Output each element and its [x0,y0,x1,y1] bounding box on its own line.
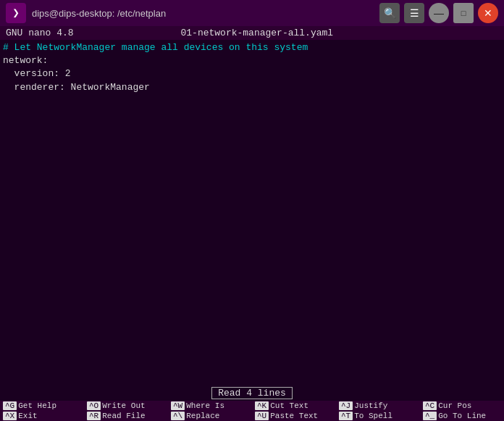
editor-line: network: [3,54,501,67]
label-paste-text: Paste Text [270,412,318,420]
footer-item-to-spell: ^T To Spell [336,411,420,421]
label-cut-text: Cut Text [270,401,308,410]
label-exit: Exit [18,412,37,420]
footer-item-replace: ^\ Replace [168,411,252,421]
editor-line: # Let NetworkManager manage all devices … [3,41,501,54]
label-where-is: Where Is [186,401,224,410]
terminal-icon: ❯ [12,6,20,20]
window-controls: 🔍 ☰ — □ ✕ [379,3,498,23]
menu-button[interactable]: ☰ [404,3,424,23]
terminal-window: GNU nano 4.8 01-network-manager-all.yaml… [0,26,504,421]
nano-filename: 01-network-manager-all.yaml [74,28,440,38]
maximize-button[interactable]: □ [453,3,474,23]
search-button[interactable]: 🔍 [379,3,400,23]
key-cur-pos: ^C [423,401,437,410]
footer-row-2: ^X Exit ^R Read File ^\ Replace ^U Paste… [0,411,504,421]
status-message: Read 4 lines [211,387,293,399]
key-to-spell: ^T [339,412,353,420]
window-title: dips@dips-desktop: /etc/netplan [32,8,166,19]
footer-item-paste-text: ^U Paste Text [252,411,336,421]
app-icon: ❯ [6,3,26,23]
titlebar: ❯ dips@dips-desktop: /etc/netplan 🔍 ☰ — … [0,0,504,26]
label-go-to-line: Go To Line [438,412,486,420]
key-read-file: ^R [87,412,101,420]
key-cut-text: ^K [255,401,269,410]
label-write-out: Write Out [102,401,145,410]
nano-header: GNU nano 4.8 01-network-manager-all.yaml [0,26,504,40]
close-button[interactable]: ✕ [478,3,498,23]
minimize-button[interactable]: — [429,3,449,23]
key-paste-text: ^U [255,412,269,420]
label-get-help: Get Help [18,401,56,410]
nano-header-right [440,28,498,38]
footer-item-cut-text: ^K Cut Text [252,401,336,411]
key-write-out: ^O [87,401,101,410]
nano-version: GNU nano 4.8 [6,28,74,38]
footer-item-write-out: ^O Write Out [84,401,168,411]
editor-line: version: 2 [3,67,501,80]
key-get-help: ^G [3,401,17,410]
label-replace: Replace [186,412,219,420]
footer-item-justify: ^J Justify [336,401,420,411]
footer-item-read-file: ^R Read File [84,411,168,421]
key-justify: ^J [339,401,353,410]
footer-item-where-is: ^W Where Is [168,401,252,411]
footer-item-exit: ^X Exit [0,411,84,421]
editor-line: renderer: NetworkManager [3,81,501,94]
footer-row-1: ^G Get Help ^O Write Out ^W Where Is ^K … [0,401,504,411]
nano-footer: ^G Get Help ^O Write Out ^W Where Is ^K … [0,401,504,421]
footer-item-go-to-line: ^_ Go To Line [420,411,504,421]
editor-area[interactable]: # Let NetworkManager manage all devices … [0,40,504,385]
label-read-file: Read File [102,412,145,420]
footer-item-get-help: ^G Get Help [0,401,84,411]
footer-item-cur-pos: ^C Cur Pos [420,401,504,411]
label-to-spell: To Spell [354,412,392,420]
key-where-is: ^W [171,401,185,410]
label-cur-pos: Cur Pos [438,401,471,410]
label-justify: Justify [354,401,387,410]
key-go-to-line: ^_ [423,412,437,420]
key-replace: ^\ [171,412,185,420]
titlebar-left: ❯ dips@dips-desktop: /etc/netplan [6,3,166,23]
key-exit: ^X [3,412,17,420]
status-bar: Read 4 lines [0,385,504,401]
